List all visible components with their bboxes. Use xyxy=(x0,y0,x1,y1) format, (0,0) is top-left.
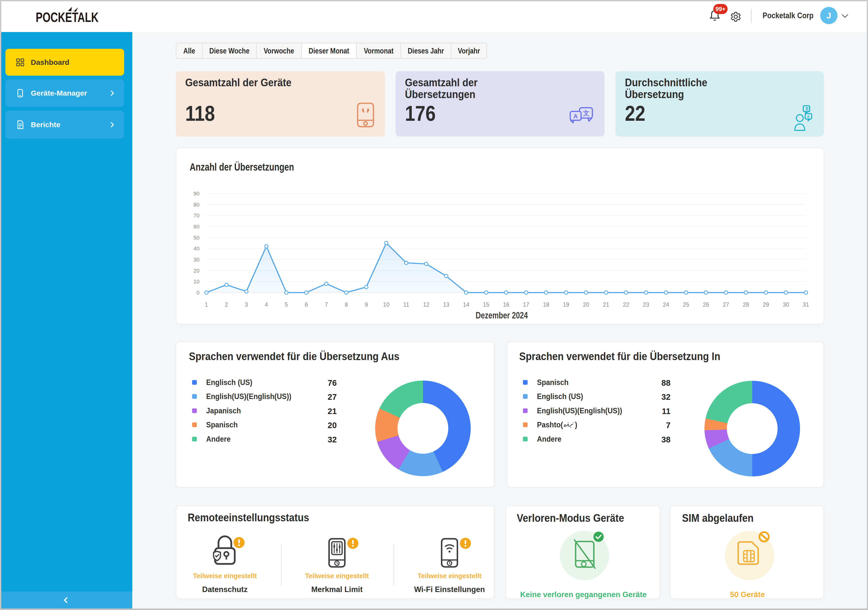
svg-text:90: 90 xyxy=(194,191,200,197)
svg-text:4: 4 xyxy=(265,301,268,308)
svg-text:8: 8 xyxy=(345,301,348,308)
svg-text:文: 文 xyxy=(583,109,589,117)
svg-text:7: 7 xyxy=(325,301,328,308)
svg-text:31: 31 xyxy=(803,301,809,308)
svg-text:23: 23 xyxy=(643,301,649,308)
svg-text:19: 19 xyxy=(563,301,569,308)
svg-text:28: 28 xyxy=(743,301,749,308)
svg-text:60: 60 xyxy=(194,224,200,230)
svg-text:16: 16 xyxy=(503,301,509,308)
svg-text:13: 13 xyxy=(443,301,450,308)
svg-text:Dezember 2024: Dezember 2024 xyxy=(476,310,528,320)
svg-text:2: 2 xyxy=(225,301,228,308)
svg-text:A: A xyxy=(574,113,578,120)
svg-text:6: 6 xyxy=(305,301,308,308)
svg-text:30: 30 xyxy=(783,301,789,308)
svg-text:11: 11 xyxy=(403,301,409,308)
svg-text:A: A xyxy=(807,114,810,118)
svg-text:40: 40 xyxy=(194,245,200,251)
svg-text:25: 25 xyxy=(683,301,689,308)
svg-text:文: 文 xyxy=(805,107,809,111)
svg-text:21: 21 xyxy=(603,301,609,308)
svg-text:80: 80 xyxy=(194,202,200,208)
svg-text:0: 0 xyxy=(197,290,200,296)
svg-text:26: 26 xyxy=(703,301,709,308)
svg-text:15: 15 xyxy=(483,301,490,308)
svg-text:3: 3 xyxy=(245,301,248,308)
svg-text:20: 20 xyxy=(583,301,589,308)
svg-text:18: 18 xyxy=(543,301,549,308)
svg-text:30: 30 xyxy=(194,256,200,263)
svg-text:9: 9 xyxy=(365,301,368,308)
svg-text:17: 17 xyxy=(523,301,529,308)
svg-text:27: 27 xyxy=(723,301,729,308)
svg-text:POCKETALK: POCKETALK xyxy=(36,9,99,24)
svg-text:10: 10 xyxy=(383,301,389,308)
svg-text:29: 29 xyxy=(763,301,769,308)
svg-text:12: 12 xyxy=(423,301,429,308)
svg-text:50: 50 xyxy=(194,234,200,241)
svg-text:5: 5 xyxy=(285,301,288,308)
svg-text:22: 22 xyxy=(623,301,629,308)
svg-text:10: 10 xyxy=(194,278,200,285)
svg-text:1: 1 xyxy=(205,301,208,308)
svg-text:70: 70 xyxy=(194,213,200,219)
svg-text:20: 20 xyxy=(194,268,200,274)
svg-text:24: 24 xyxy=(663,301,669,308)
svg-text:14: 14 xyxy=(463,301,470,308)
